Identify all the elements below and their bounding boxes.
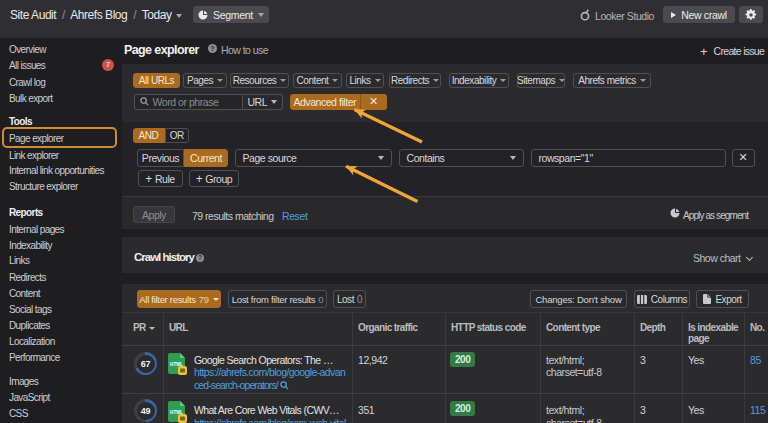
svg-text:HTML: HTML bbox=[170, 362, 183, 367]
svg-text:HTML: HTML bbox=[170, 410, 183, 415]
